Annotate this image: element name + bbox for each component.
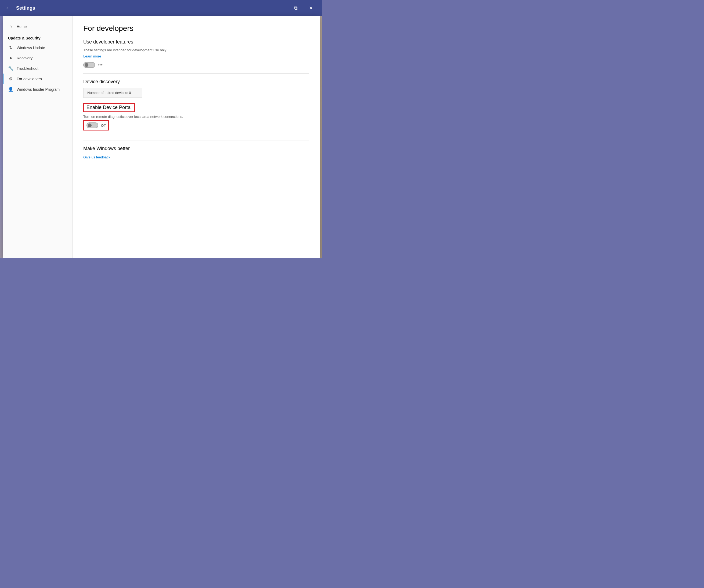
use-developer-features-section: Use developer features These settings ar… xyxy=(83,39,309,68)
close-button[interactable]: ✕ xyxy=(305,3,317,13)
windows-insider-icon: 👤 xyxy=(8,87,13,92)
for-developers-icon: ⚙ xyxy=(8,76,13,81)
use-developer-features-desc: These settings are intended for developm… xyxy=(83,48,309,52)
sidebar-item-windows-update[interactable]: ↻ Windows Update xyxy=(3,43,72,53)
snap-button[interactable]: ⧉ xyxy=(290,3,302,13)
page-title: For developers xyxy=(83,24,309,33)
main-window: ⌂ Home Update & Security ↻ Windows Updat… xyxy=(3,16,319,258)
back-button[interactable]: ← xyxy=(5,5,11,11)
sidebar-windows-update-label: Windows Update xyxy=(17,46,45,50)
sidebar-item-troubleshoot[interactable]: 🔧 Troubleshoot xyxy=(3,63,72,74)
paired-devices-text: Number of paired devices: 0 xyxy=(87,91,131,95)
enable-device-portal-title-box: Enable Device Portal xyxy=(83,103,135,112)
app-title: Settings xyxy=(16,5,290,11)
enable-device-portal-desc: Turn on remote diagnostics over local ar… xyxy=(83,115,309,119)
sidebar-windows-insider-label: Windows Insider Program xyxy=(17,87,60,91)
device-discovery-section: Device discovery Number of paired device… xyxy=(83,79,309,103)
enable-device-portal-toggle-row: Off xyxy=(83,120,109,130)
paired-devices-box: Number of paired devices: 0 xyxy=(83,88,142,98)
learn-more-link[interactable]: Learn more xyxy=(83,54,101,58)
sidebar-item-home[interactable]: ⌂ Home xyxy=(3,21,72,32)
sidebar-item-recovery[interactable]: ⏮ Recovery xyxy=(3,53,72,63)
sidebar-section-title: Update & Security xyxy=(3,32,72,43)
developer-features-toggle-label: Off xyxy=(98,63,102,67)
sidebar-recovery-label: Recovery xyxy=(17,56,33,60)
divider-2 xyxy=(83,140,309,140)
sidebar-troubleshoot-label: Troubleshoot xyxy=(17,66,39,71)
enable-device-portal-section: Enable Device Portal Turn on remote diag… xyxy=(83,103,309,135)
recovery-icon: ⏮ xyxy=(8,56,13,60)
enable-device-portal-title: Enable Device Portal xyxy=(86,105,132,110)
troubleshoot-icon: 🔧 xyxy=(8,66,13,71)
sidebar: ⌂ Home Update & Security ↻ Windows Updat… xyxy=(3,16,72,258)
sidebar-item-windows-insider[interactable]: 👤 Windows Insider Program xyxy=(3,84,72,94)
content-area: For developers Use developer features Th… xyxy=(72,16,319,258)
developer-features-toggle-row: Off xyxy=(83,62,309,68)
divider-1 xyxy=(83,73,309,74)
windows-update-icon: ↻ xyxy=(8,45,13,50)
use-developer-features-title: Use developer features xyxy=(83,39,309,45)
home-icon: ⌂ xyxy=(8,24,13,29)
device-discovery-title: Device discovery xyxy=(83,79,309,84)
device-portal-toggle-label: Off xyxy=(101,124,106,128)
window-controls: ⧉ ✕ xyxy=(290,3,317,13)
sidebar-item-for-developers[interactable]: ⚙ For developers xyxy=(3,74,72,84)
make-windows-better-title: Make Windows better xyxy=(83,146,309,151)
give-us-feedback-link[interactable]: Give us feedback xyxy=(83,155,110,159)
developer-features-toggle[interactable] xyxy=(83,62,95,68)
sidebar-for-developers-label: For developers xyxy=(17,77,42,81)
title-bar: ← Settings ⧉ ✕ xyxy=(0,0,322,16)
device-portal-toggle[interactable] xyxy=(86,122,98,128)
sidebar-home-label: Home xyxy=(17,24,26,29)
make-windows-better-section: Make Windows better Give us feedback xyxy=(83,146,309,163)
